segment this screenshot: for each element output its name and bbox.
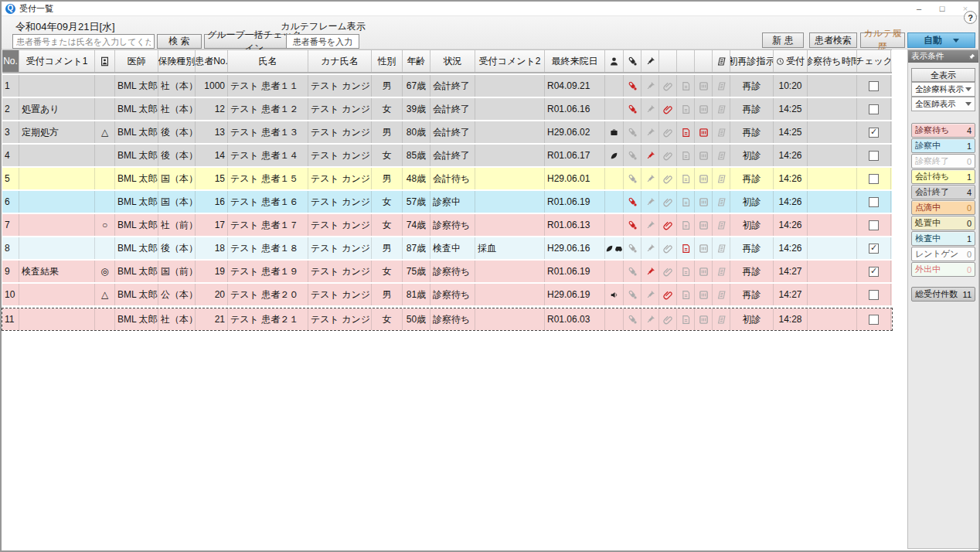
row-checkbox[interactable] — [869, 128, 879, 138]
table-row[interactable]: 3定期処方△BML 太郎後（本）13テスト 患者１３テスト カンジャ男80歳会計… — [2, 121, 892, 143]
cell-doctor: BML 太郎 — [115, 191, 158, 213]
department-filter-dropdown[interactable]: 全診療科表示 — [911, 82, 975, 97]
col-header-clip[interactable] — [659, 50, 677, 72]
cell-sex: 男 — [372, 237, 403, 259]
cell-comment1: 検査結果 — [19, 261, 95, 282]
cell-person — [605, 237, 624, 259]
col-header-time[interactable]: 受付 — [774, 50, 808, 72]
grid-icon — [699, 151, 709, 161]
status-filter-8[interactable]: 検査中1 — [911, 231, 975, 246]
cell-mark — [95, 308, 115, 330]
row-checkbox[interactable] — [869, 151, 879, 161]
col-header-name[interactable]: 氏名 — [228, 50, 308, 72]
col-header-doctor[interactable]: 医師 — [115, 50, 158, 72]
col-header-person[interactable] — [605, 50, 624, 72]
row-checkbox[interactable] — [869, 290, 879, 300]
status-filter-1[interactable]: 診察待ち4 — [911, 123, 975, 138]
cell-kana: テスト カンジャ — [308, 308, 372, 330]
cell-kana: テスト カンジャ — [308, 121, 372, 143]
row-checkbox[interactable] — [869, 174, 879, 184]
col-header-sex[interactable]: 性別 — [372, 50, 403, 72]
row-checkbox[interactable] — [869, 220, 879, 230]
col-header-last_visit[interactable]: 最終来院日 — [545, 50, 605, 72]
col-header-check[interactable]: チェック — [857, 50, 891, 72]
show-all-button[interactable]: 全表示 — [911, 68, 975, 82]
status-filter-5[interactable]: 会計終了4 — [911, 185, 975, 199]
search-button[interactable]: 検 索 — [157, 34, 202, 49]
col-header-pill[interactable] — [624, 50, 641, 72]
cell-pill — [624, 214, 641, 236]
col-header-syringe[interactable] — [641, 50, 659, 72]
table-row[interactable]: 6BML 太郎国（本）16テスト 患者１６テスト カンジャ女57歳診察中R01.… — [2, 191, 892, 213]
doc-icon — [681, 128, 691, 138]
col-header-patient_no[interactable]: 患者No. — [196, 50, 228, 72]
col-header-grid[interactable] — [695, 50, 713, 72]
patient-search-button[interactable]: 患者検索 — [809, 32, 857, 48]
cell-patient_no: 19 — [196, 261, 228, 282]
col-header-wait[interactable]: 診察待ち時間 — [808, 50, 857, 72]
table-row[interactable]: 9検査結果◎BML 太郎国（前）19テスト 患者１９テスト カンジャ女75歳診察… — [2, 261, 892, 282]
patient-search-input[interactable] — [12, 34, 155, 49]
col-header-insurance[interactable]: 保険種別 — [158, 50, 196, 72]
cell-doc — [677, 98, 695, 120]
cell-comment2 — [475, 168, 545, 189]
row-checkbox[interactable] — [869, 197, 879, 207]
note-icon — [716, 315, 726, 325]
help-button[interactable]: ? — [964, 11, 977, 24]
cell-insurance: 社（本） — [158, 98, 196, 120]
table-row[interactable]: 10△BML 太郎公（本）20テスト 患者２０テスト カンジャ男81歳診察待ちH… — [2, 284, 892, 305]
row-checkbox[interactable] — [869, 244, 879, 254]
table-row[interactable]: 5BML 太郎国（本）15テスト 患者１５テスト カンジャ男48歳会計待ちH29… — [2, 168, 892, 189]
minimize-button[interactable]: – — [907, 2, 931, 15]
pin-icon[interactable] — [968, 53, 975, 60]
col-header-no[interactable]: No. — [2, 50, 19, 72]
cell-last_visit: R01.06.13 — [545, 214, 605, 236]
row-checkbox[interactable] — [869, 315, 879, 325]
table-row[interactable]: 4BML 太郎後（本）14テスト 患者１４テスト カンジャ女85歳会計終了R01… — [2, 145, 892, 166]
auto-mode-dropdown[interactable]: 自動 — [907, 32, 975, 48]
doctor-filter-dropdown[interactable]: 全医師表示 — [911, 97, 975, 111]
col-header-mark[interactable] — [95, 50, 115, 72]
col-header-kana[interactable]: カナ氏名 — [308, 50, 372, 72]
cell-person — [605, 121, 624, 143]
cell-time: 14:25 — [774, 121, 808, 143]
status-filter-7[interactable]: 処置中0 — [911, 216, 975, 230]
row-checkbox[interactable] — [869, 104, 879, 114]
table-row[interactable]: 1BML 太郎社（本）1000テスト 患者１１テスト カンジャ男67歳会計終了R… — [2, 75, 892, 97]
cell-pill — [624, 261, 641, 282]
col-header-comment1[interactable]: 受付コメント1 — [19, 50, 95, 72]
col-header-visit_type[interactable]: 初再診指示 — [730, 50, 774, 72]
status-filter-9[interactable]: レントゲン0 — [911, 247, 975, 261]
col-header-comment2[interactable]: 受付コメント2 — [475, 50, 545, 72]
status-filter-4[interactable]: 会計待ち1 — [911, 169, 975, 184]
clock-icon — [776, 57, 784, 66]
new-patient-button[interactable]: 新 患 — [762, 32, 804, 48]
status-filter-2[interactable]: 診察中1 — [911, 138, 975, 153]
status-filter-10[interactable]: 外出中0 — [911, 262, 975, 277]
cell-patient_no: 20 — [196, 284, 228, 305]
cell-patient_no: 13 — [196, 121, 228, 143]
status-filter-label: 診察待ち — [915, 124, 949, 136]
table-row[interactable]: 7○BML 太郎社（前）17テスト 患者１７テスト カンジャ女74歳診察待ちR0… — [2, 214, 892, 236]
karte-patient-number-input[interactable] — [286, 34, 359, 49]
table-row[interactable]: 2処置ありBML 太郎社（本）12テスト 患者１２テスト カンジャ女39歳会計終… — [2, 98, 892, 120]
col-header-doc[interactable] — [677, 50, 695, 72]
cell-doctor: BML 太郎 — [115, 308, 158, 330]
cell-no: 6 — [2, 191, 19, 213]
table-row[interactable]: 11BML 太郎社（本）21テスト 患者２１テスト カンジャ女50歳診察待ちR0… — [2, 308, 892, 330]
leaf-icon — [610, 152, 618, 160]
col-header-status[interactable]: 状況 — [430, 50, 475, 72]
table-row[interactable]: 8BML 太郎後（本）18テスト 患者１８テスト カンジャ男87歳検査中採血H2… — [2, 237, 892, 259]
karte-history-button[interactable]: カルテ履歴 — [860, 32, 905, 48]
row-checkbox[interactable] — [869, 267, 879, 277]
row-checkbox[interactable] — [869, 81, 879, 91]
col-header-note[interactable] — [713, 50, 730, 72]
col-header-age[interactable]: 年齢 — [403, 50, 430, 72]
maximize-button[interactable]: □ — [931, 2, 954, 15]
cell-clip — [659, 237, 677, 259]
status-filter-label: 外出中 — [915, 264, 941, 275]
cell-kana: テスト カンジャ — [308, 145, 372, 166]
status-filter-6[interactable]: 点滴中0 — [911, 200, 975, 215]
cell-mark — [95, 145, 115, 166]
status-filter-3[interactable]: 診察終了0 — [911, 154, 975, 169]
